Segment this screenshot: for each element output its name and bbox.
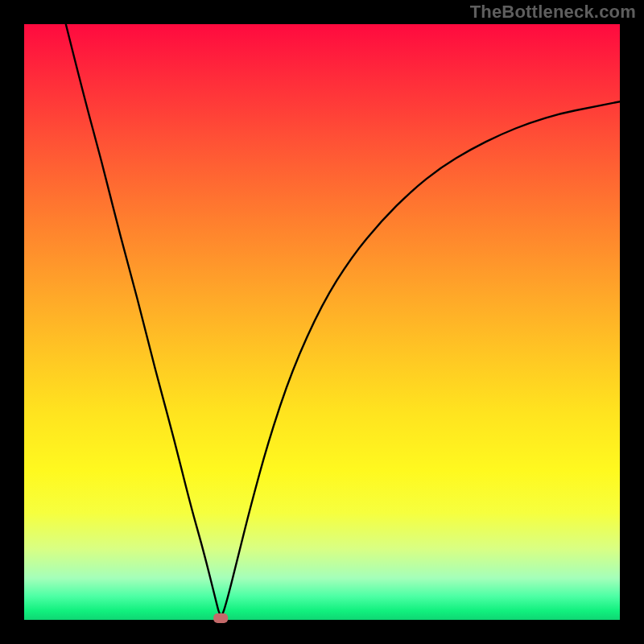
curve-svg bbox=[24, 24, 620, 620]
watermark-text: TheBottleneck.com bbox=[470, 2, 636, 23]
bottleneck-curve bbox=[66, 24, 620, 615]
chart-container: TheBottleneck.com bbox=[0, 0, 644, 644]
plot-area bbox=[24, 24, 620, 620]
minimum-marker bbox=[213, 613, 228, 623]
